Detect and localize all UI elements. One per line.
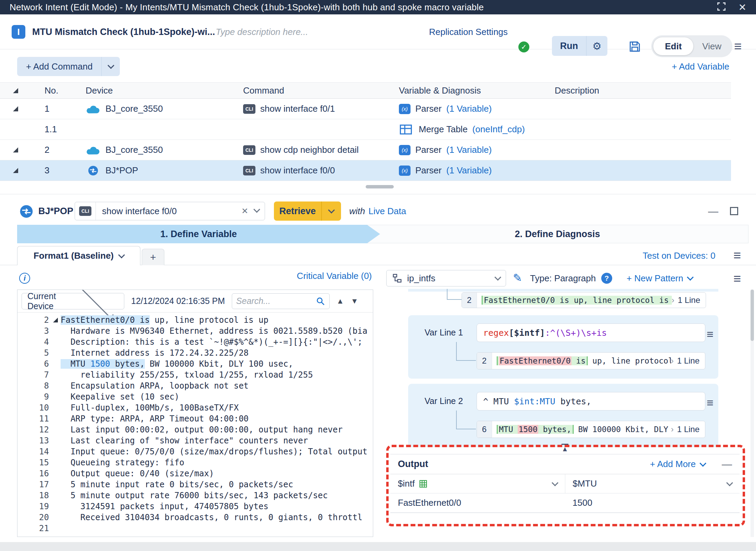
row-expander-icon[interactable] <box>13 106 18 111</box>
command-select[interactable]: CLI show interface f0/0 ✕ <box>75 202 265 220</box>
merge-table-link[interactable]: (oneIntf_cdp) <box>473 124 525 135</box>
line-number: 18 <box>17 490 49 501</box>
description-input[interactable]: Type description here... <box>216 14 308 49</box>
var-line-2-pattern-input[interactable]: ^ MTU $int:MTU bytes, <box>477 392 705 411</box>
regex-pattern: :^(\S+)\s+is <box>545 328 607 338</box>
variable-link[interactable]: (1 Variable) <box>446 145 492 155</box>
add-command-dropdown[interactable] <box>101 57 120 76</box>
output-section: Output + Add More — $intf $MTU <box>390 454 740 513</box>
horizontal-scrollbar[interactable] <box>366 185 394 188</box>
new-pattern-link[interactable]: + New Pattern <box>627 270 693 286</box>
edit-toggle[interactable]: Edit <box>653 37 693 55</box>
run-settings-button[interactable]: ⚙ <box>586 36 607 56</box>
search-input[interactable]: Search... <box>232 293 330 309</box>
line-number: 16 <box>17 468 49 479</box>
code-line: 10 Full-duplex, 100Mb/s, 100BaseTX/FX <box>17 402 373 413</box>
collapse-all-icon[interactable] <box>13 88 18 93</box>
restore-icon[interactable] <box>730 207 738 215</box>
var-line-1-regex-input[interactable]: regex[$intf]:^(\S+)\s+is <box>477 323 705 342</box>
table-row-selected[interactable]: 3 BJ*POP CLI show interface f0/0 (x) Par… <box>0 160 731 181</box>
pattern-menu-icon[interactable]: ≡ <box>733 272 741 285</box>
line-number: 14 <box>17 446 49 457</box>
network-intent-window: Network Intent (Edit Mode) - My Intents/… <box>0 0 756 551</box>
critical-variable-link[interactable]: Critical Variable (0) <box>281 271 372 281</box>
row-expander-icon[interactable] <box>13 147 18 152</box>
add-command-button[interactable]: + Add Command <box>17 57 120 76</box>
maximize-icon[interactable] <box>717 2 726 13</box>
replication-settings-link[interactable]: Replication Settings <box>429 14 508 49</box>
output-column-intf: $intf <box>398 478 415 489</box>
cli-icon: CLI <box>243 145 255 155</box>
chevron-right-icon: › <box>671 356 674 366</box>
vertical-scrollbar[interactable] <box>751 290 754 341</box>
table-row[interactable]: 1 BJ_core_3550 CLI show interface f0/1 (… <box>0 99 731 119</box>
view-toggle[interactable]: View <box>693 41 730 52</box>
run-button[interactable]: Run <box>552 36 586 56</box>
close-icon[interactable]: ✕ <box>739 2 746 13</box>
var-line-2-match-row[interactable]: 6 MTU 1500 bytes, BW 100000 Kbit, DLY ..… <box>477 421 705 438</box>
command-dropdown-icon[interactable] <box>253 208 265 214</box>
search-icon[interactable] <box>316 296 325 306</box>
variable-select[interactable]: ip_intfs <box>386 270 506 286</box>
sample-match-row[interactable]: 2 FastEthernet0/0 is up, line protocol i… <box>462 292 706 308</box>
add-more-label: + Add More <box>650 459 696 469</box>
window-title: Network Intent (Edit Mode) - My Intents/… <box>10 2 484 13</box>
edit-variable-icon[interactable]: ✎ <box>513 271 522 284</box>
collapse-output-icon[interactable]: ▲ <box>562 444 568 452</box>
var-line-1-match-row[interactable]: 2 FastEthernet0/0 is up, line protocol i… <box>477 352 705 369</box>
output-minimize-icon[interactable]: — <box>722 458 732 470</box>
search-placeholder: Search... <box>236 296 313 306</box>
line-text: Full-duplex, 100Mb/s, 100BaseTX/FX <box>61 402 239 413</box>
row-expander-icon[interactable] <box>13 168 18 173</box>
tabs-menu-icon[interactable]: ≡ <box>733 249 741 262</box>
device-name: BJ*POP <box>105 165 138 176</box>
pattern-text: bytes, <box>555 396 591 406</box>
retrieve-button[interactable]: Retrieve <box>274 201 321 221</box>
step-define-variable[interactable]: 1. Define Variable <box>17 225 380 243</box>
search-prev-icon[interactable]: ▲ <box>337 297 344 306</box>
variable-link[interactable]: (1 Variable) <box>446 103 492 114</box>
retrieve-dropdown-button[interactable] <box>321 201 341 221</box>
code-line: 15 Queueing strategy: fifo <box>17 457 373 468</box>
chevron-right-icon: › <box>672 295 675 305</box>
var-line-2-menu-icon[interactable]: ≡ <box>707 396 714 409</box>
line-count-link[interactable]: ›1 Line <box>671 356 705 366</box>
tree-connector <box>447 289 462 300</box>
add-more-link[interactable]: + Add More <box>650 459 705 469</box>
new-pattern-label: + New Pattern <box>627 273 683 284</box>
col-description: Description <box>541 85 731 96</box>
search-next-icon[interactable]: ▼ <box>351 297 358 306</box>
line-count-link[interactable]: ›1 Line <box>672 295 706 305</box>
line-number: 10 <box>17 402 49 413</box>
chevron-right-icon: › <box>671 425 674 434</box>
device-output-code[interactable]: 2 FastEthernet0/0 is up, line protocol i… <box>17 313 373 534</box>
add-format-tab[interactable]: + <box>142 249 164 265</box>
collapse-marker-icon[interactable] <box>53 318 58 322</box>
table-row[interactable]: 2 BJ_core_3550 CLI show cdp neighbor det… <box>0 140 731 160</box>
match-line-number: 2 <box>477 353 492 369</box>
table-row[interactable]: 1.1 Merge Table (oneIntf_cdp) <box>0 119 731 140</box>
clear-command-icon[interactable]: ✕ <box>237 206 253 216</box>
output-column-mtu-select[interactable]: $MTU <box>565 474 740 493</box>
add-variable-link[interactable]: + Add Variable <box>672 57 729 76</box>
code-line: 13 Last clearing of "show interface" cou… <box>17 435 373 446</box>
code-line: 3 Hardware is MV96340 Ethernet, address … <box>17 326 373 336</box>
step-define-diagnosis[interactable]: 2. Define Diagnosis <box>366 225 748 243</box>
variable-link[interactable]: (1 Variable) <box>446 165 492 176</box>
row-no: 1 <box>31 103 72 114</box>
tab-format1-baseline[interactable]: Format1 (Baseline) <box>17 246 140 265</box>
header-menu-icon[interactable]: ≡ <box>734 40 742 53</box>
test-on-devices-link[interactable]: Test on Devices: 0 <box>643 246 715 265</box>
parser-icon: (x) <box>399 145 411 155</box>
save-icon[interactable] <box>628 40 642 53</box>
help-icon[interactable]: ? <box>601 273 612 284</box>
device-scope-select[interactable]: Current Device <box>22 293 124 309</box>
line-count-link[interactable]: ›1 Line <box>671 425 705 434</box>
variable-definition-panel: 2 FastEthernet0/0 is up, line protocol i… <box>383 289 748 537</box>
var-line-1-menu-icon[interactable]: ≡ <box>707 328 714 341</box>
output-toolbar: Current Device 12/12/2024 02:16:35 PM Se… <box>17 290 373 313</box>
minimize-icon[interactable]: — <box>708 206 718 217</box>
output-column-intf-select[interactable]: $intf <box>390 474 565 493</box>
run-button-group: Run ⚙ <box>552 36 607 56</box>
live-data-link[interactable]: Live Data <box>368 206 406 217</box>
